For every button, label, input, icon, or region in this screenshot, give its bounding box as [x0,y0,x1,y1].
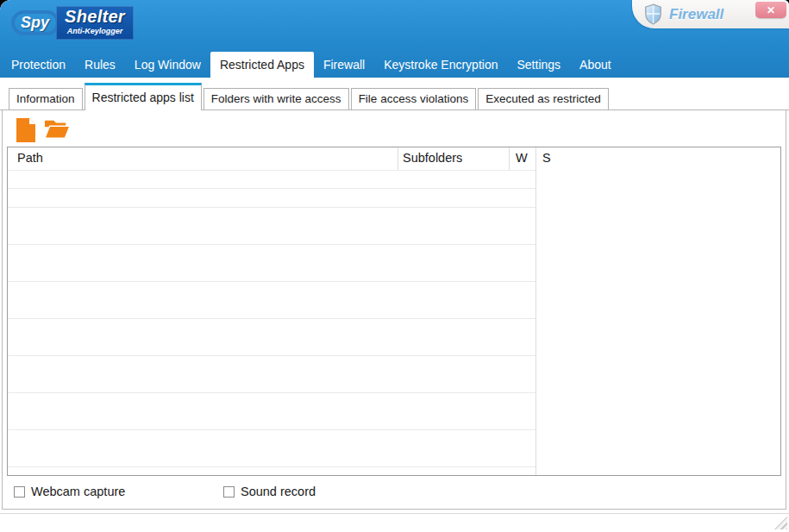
add-folder-button[interactable] [44,117,70,143]
restricted-apps-panel: Path Subfolders W S Webcam capture Sound… [2,110,786,510]
webcam-capture-label: Webcam capture [31,485,125,498]
sound-record-checkbox[interactable] [223,486,235,498]
menu-item-firewall[interactable]: Firewall [314,52,374,78]
firewall-badge-label: Firewall [669,6,723,23]
main-menu: Protection Rules Log Window Restricted A… [2,52,621,78]
titlebar: Spy Shelter Anti-Keylogger [0,0,789,78]
restricted-apps-table: Path Subfolders W S [7,147,781,476]
app-logo: Spy Shelter Anti-Keylogger [11,6,134,40]
options-row: Webcam capture Sound record [3,479,786,508]
tab-information[interactable]: Information [9,88,83,110]
menu-item-log-window[interactable]: Log Window [125,52,210,78]
remove-button[interactable] [78,124,79,137]
close-button[interactable]: ✕ [755,2,786,18]
menu-item-restricted-apps[interactable]: Restricted Apps [210,52,314,78]
resize-grip[interactable] [774,516,787,529]
logo-shelter-box: Shelter Anti-Keylogger [56,6,134,40]
menu-item-rules[interactable]: Rules [75,52,125,78]
tab-restricted-apps-list[interactable]: Restricted apps list [85,83,202,110]
logo-shelter-text: Shelter [56,7,134,27]
column-header-s[interactable]: S [542,151,551,165]
sound-record-label: Sound record [241,485,316,498]
column-header-path[interactable]: Path [17,151,43,165]
tab-executed-as-restricted[interactable]: Executed as restricted [478,88,609,110]
webcam-capture-checkbox[interactable] [14,486,25,498]
column-header-w[interactable]: W [516,151,528,165]
menu-item-protection[interactable]: Protection [2,52,75,78]
add-file-button[interactable] [16,117,36,143]
document-icon [16,117,36,146]
spyshelter-window: Spy Shelter Anti-Keylogger [0,0,789,532]
menu-item-about[interactable]: About [570,52,621,78]
tab-strip: Information Restricted apps list Folders… [0,78,789,110]
menu-item-keystroke-encryption[interactable]: Keystroke Encryption [374,52,507,78]
tab-file-access-violations[interactable]: File access violations [351,88,477,110]
open-folder-icon [44,117,70,144]
menu-item-settings[interactable]: Settings [507,52,570,78]
logo-spy-text: Spy [21,14,49,32]
table-body-empty-rows[interactable] [8,171,535,475]
close-icon: ✕ [767,4,775,16]
tab-folders-with-write-access[interactable]: Folders with write access [204,88,349,110]
statusbar-divider [0,513,789,514]
toolbar [16,116,79,144]
sound-record-option: Sound record [223,485,316,498]
column-header-subfolders[interactable]: Subfolders [403,151,462,165]
column-divider[interactable] [535,147,536,475]
logo-subtitle: Anti-Keylogger [56,27,134,35]
logo-spy-ring: Spy [11,10,59,35]
webcam-capture-option: Webcam capture [14,485,125,498]
shield-icon [644,3,662,25]
